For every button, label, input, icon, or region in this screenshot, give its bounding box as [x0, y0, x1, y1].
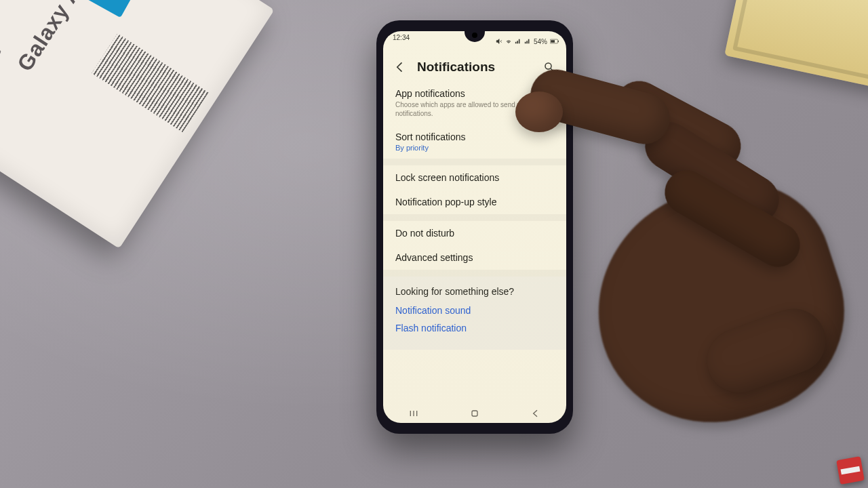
link-notification-sound[interactable]: Notification sound [395, 305, 554, 316]
related-links-block: Looking for something else? Notification… [383, 277, 566, 350]
page-header: Notifications [383, 53, 566, 81]
setting-title: Do not disturb [395, 228, 554, 239]
page-title: Notifications [417, 60, 495, 75]
setting-subtitle: Choose which apps are allowed to send yo… [395, 100, 554, 118]
svg-line-4 [551, 68, 553, 71]
status-bar: 12:34 54% [383, 31, 566, 49]
setting-value: By priority [395, 144, 554, 152]
section-divider [383, 214, 566, 221]
setting-sort-notifications[interactable]: Sort notifications By priority [383, 125, 566, 159]
watermark-badge [836, 456, 865, 485]
setting-advanced-settings[interactable]: Advanced settings [383, 245, 566, 270]
setting-lock-screen-notifications[interactable]: Lock screen notifications [383, 165, 566, 190]
setting-title: Sort notifications [395, 131, 554, 142]
photo-scene: Galaxy A06 SAMSUNG 12:34 [0, 0, 868, 488]
signal-icon [515, 38, 521, 45]
navigation-bar [383, 404, 566, 423]
setting-title: Lock screen notifications [395, 172, 554, 183]
status-time: 12:34 [393, 34, 410, 49]
nav-home-button[interactable] [469, 408, 480, 419]
setting-notification-popup-style[interactable]: Notification pop-up style [383, 190, 566, 214]
related-heading: Looking for something else? [395, 286, 554, 297]
search-button[interactable] [542, 60, 557, 75]
section-divider [383, 270, 566, 277]
svg-point-3 [545, 63, 551, 69]
svg-rect-2 [551, 40, 555, 43]
status-battery: 54% [534, 38, 547, 45]
signal-icon [524, 38, 531, 45]
box-barcode [92, 33, 208, 132]
nav-back-button[interactable] [530, 408, 541, 419]
phone-frame: 12:34 54% [376, 20, 573, 434]
link-flash-notification[interactable]: Flash notification [395, 323, 554, 333]
product-box: Galaxy A06 SAMSUNG [0, 0, 275, 249]
svg-rect-1 [558, 41, 559, 42]
battery-icon [550, 38, 557, 45]
setting-title: Notification pop-up style [395, 197, 554, 207]
wifi-icon [505, 38, 512, 45]
product-name: Galaxy A06 [12, 0, 100, 76]
mute-icon [496, 38, 502, 45]
nav-recents-button[interactable] [408, 408, 419, 419]
setting-app-notifications[interactable]: App notifications Choose which apps are … [383, 81, 566, 125]
section-divider [383, 159, 566, 165]
setting-title: Advanced settings [395, 252, 554, 263]
phone-screen: 12:34 54% [383, 31, 566, 423]
svg-rect-8 [472, 411, 477, 416]
hand-overlay [536, 54, 868, 488]
box-flap [8, 0, 180, 18]
wooden-block [724, 0, 868, 92]
setting-title: App notifications [395, 88, 554, 99]
back-button[interactable] [393, 60, 408, 75]
settings-list: App notifications Choose which apps are … [383, 81, 566, 404]
product-manufacturer: SAMSUNG [0, 45, 5, 101]
setting-do-not-disturb[interactable]: Do not disturb [383, 221, 566, 245]
